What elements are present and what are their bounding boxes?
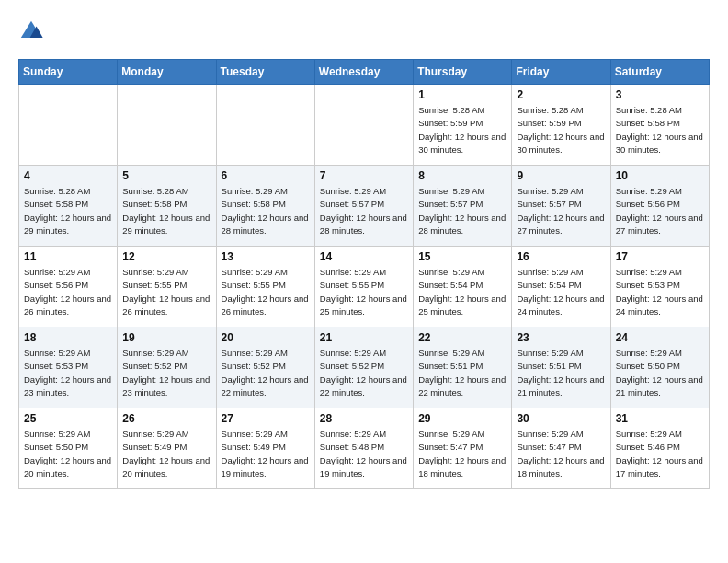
day-number: 12 xyxy=(122,250,210,263)
day-number: 13 xyxy=(222,250,310,263)
day-number: 2 xyxy=(517,88,605,101)
calendar-cell: 19Sunrise: 5:29 AM Sunset: 5:52 PM Dayli… xyxy=(118,327,216,408)
day-number: 4 xyxy=(24,169,112,182)
calendar-cell: 20Sunrise: 5:29 AM Sunset: 5:52 PM Dayli… xyxy=(216,327,314,408)
day-number: 23 xyxy=(517,331,605,344)
calendar-cell: 1Sunrise: 5:28 AM Sunset: 5:59 PM Daylig… xyxy=(414,85,512,166)
day-number: 5 xyxy=(122,169,210,182)
calendar-week-3: 11Sunrise: 5:29 AM Sunset: 5:56 PM Dayli… xyxy=(19,247,710,327)
day-number: 18 xyxy=(24,331,112,344)
day-number: 3 xyxy=(616,88,704,101)
calendar-cell: 26Sunrise: 5:29 AM Sunset: 5:49 PM Dayli… xyxy=(118,408,216,489)
day-number: 21 xyxy=(320,331,408,344)
weekday-header-tuesday: Tuesday xyxy=(216,60,314,85)
logo-icon xyxy=(18,18,44,44)
calendar-week-5: 25Sunrise: 5:29 AM Sunset: 5:50 PM Dayli… xyxy=(19,408,710,489)
day-info: Sunrise: 5:29 AM Sunset: 5:47 PM Dayligh… xyxy=(418,428,506,480)
calendar-cell: 14Sunrise: 5:29 AM Sunset: 5:55 PM Dayli… xyxy=(314,247,413,327)
day-number: 27 xyxy=(222,412,310,425)
day-info: Sunrise: 5:28 AM Sunset: 5:59 PM Dayligh… xyxy=(517,104,605,156)
calendar-cell xyxy=(216,85,314,166)
day-number: 14 xyxy=(320,250,408,263)
day-info: Sunrise: 5:29 AM Sunset: 5:48 PM Dayligh… xyxy=(320,428,408,480)
calendar-cell: 25Sunrise: 5:29 AM Sunset: 5:50 PM Dayli… xyxy=(19,408,118,489)
day-info: Sunrise: 5:29 AM Sunset: 5:54 PM Dayligh… xyxy=(418,266,506,318)
calendar-cell: 3Sunrise: 5:28 AM Sunset: 5:58 PM Daylig… xyxy=(610,85,709,166)
calendar-cell xyxy=(19,85,118,166)
calendar-cell: 5Sunrise: 5:28 AM Sunset: 5:58 PM Daylig… xyxy=(118,166,216,247)
day-number: 8 xyxy=(418,169,506,182)
calendar-cell: 23Sunrise: 5:29 AM Sunset: 5:51 PM Dayli… xyxy=(512,327,610,408)
calendar-cell xyxy=(314,85,413,166)
calendar-cell: 21Sunrise: 5:29 AM Sunset: 5:52 PM Dayli… xyxy=(314,327,413,408)
calendar-cell: 24Sunrise: 5:29 AM Sunset: 5:50 PM Dayli… xyxy=(610,327,709,408)
day-number: 20 xyxy=(222,331,310,344)
day-info: Sunrise: 5:29 AM Sunset: 5:52 PM Dayligh… xyxy=(320,347,408,399)
calendar-cell: 12Sunrise: 5:29 AM Sunset: 5:55 PM Dayli… xyxy=(118,247,216,327)
day-number: 1 xyxy=(418,88,506,101)
day-number: 28 xyxy=(320,412,408,425)
calendar-cell: 16Sunrise: 5:29 AM Sunset: 5:54 PM Dayli… xyxy=(512,247,610,327)
weekday-header-friday: Friday xyxy=(512,60,610,85)
weekday-header-sunday: Sunday xyxy=(19,60,118,85)
calendar-cell: 13Sunrise: 5:29 AM Sunset: 5:55 PM Dayli… xyxy=(216,247,314,327)
calendar-cell: 30Sunrise: 5:29 AM Sunset: 5:47 PM Dayli… xyxy=(512,408,610,489)
calendar-cell: 11Sunrise: 5:29 AM Sunset: 5:56 PM Dayli… xyxy=(19,247,118,327)
day-number: 29 xyxy=(418,412,506,425)
day-number: 19 xyxy=(122,331,210,344)
day-number: 7 xyxy=(320,169,408,182)
day-info: Sunrise: 5:29 AM Sunset: 5:58 PM Dayligh… xyxy=(222,185,310,237)
calendar-week-4: 18Sunrise: 5:29 AM Sunset: 5:53 PM Dayli… xyxy=(19,327,710,408)
day-number: 9 xyxy=(517,169,605,182)
calendar-cell: 31Sunrise: 5:29 AM Sunset: 5:46 PM Dayli… xyxy=(610,408,709,489)
day-info: Sunrise: 5:29 AM Sunset: 5:55 PM Dayligh… xyxy=(320,266,408,318)
calendar-cell: 9Sunrise: 5:29 AM Sunset: 5:57 PM Daylig… xyxy=(512,166,610,247)
day-number: 16 xyxy=(517,250,605,263)
day-info: Sunrise: 5:29 AM Sunset: 5:55 PM Dayligh… xyxy=(222,266,310,318)
day-number: 10 xyxy=(616,169,704,182)
calendar-cell: 27Sunrise: 5:29 AM Sunset: 5:49 PM Dayli… xyxy=(216,408,314,489)
calendar-cell: 22Sunrise: 5:29 AM Sunset: 5:51 PM Dayli… xyxy=(414,327,512,408)
calendar-cell: 7Sunrise: 5:29 AM Sunset: 5:57 PM Daylig… xyxy=(314,166,413,247)
day-info: Sunrise: 5:28 AM Sunset: 5:58 PM Dayligh… xyxy=(122,185,210,237)
calendar-week-2: 4Sunrise: 5:28 AM Sunset: 5:58 PM Daylig… xyxy=(19,166,710,247)
day-info: Sunrise: 5:29 AM Sunset: 5:56 PM Dayligh… xyxy=(616,185,704,237)
day-info: Sunrise: 5:29 AM Sunset: 5:57 PM Dayligh… xyxy=(320,185,408,237)
calendar-cell: 2Sunrise: 5:28 AM Sunset: 5:59 PM Daylig… xyxy=(512,85,610,166)
day-number: 26 xyxy=(122,412,210,425)
calendar-cell: 4Sunrise: 5:28 AM Sunset: 5:58 PM Daylig… xyxy=(19,166,118,247)
day-info: Sunrise: 5:29 AM Sunset: 5:47 PM Dayligh… xyxy=(517,428,605,480)
day-info: Sunrise: 5:29 AM Sunset: 5:53 PM Dayligh… xyxy=(24,347,112,399)
day-number: 31 xyxy=(616,412,704,425)
day-info: Sunrise: 5:29 AM Sunset: 5:51 PM Dayligh… xyxy=(418,347,506,399)
weekday-header-thursday: Thursday xyxy=(414,60,512,85)
weekday-header-wednesday: Wednesday xyxy=(314,60,413,85)
day-info: Sunrise: 5:29 AM Sunset: 5:51 PM Dayligh… xyxy=(517,347,605,399)
calendar-cell: 29Sunrise: 5:29 AM Sunset: 5:47 PM Dayli… xyxy=(414,408,512,489)
day-info: Sunrise: 5:29 AM Sunset: 5:49 PM Dayligh… xyxy=(122,428,210,480)
day-info: Sunrise: 5:29 AM Sunset: 5:49 PM Dayligh… xyxy=(222,428,310,480)
day-info: Sunrise: 5:29 AM Sunset: 5:52 PM Dayligh… xyxy=(122,347,210,399)
day-info: Sunrise: 5:29 AM Sunset: 5:57 PM Dayligh… xyxy=(517,185,605,237)
day-info: Sunrise: 5:29 AM Sunset: 5:54 PM Dayligh… xyxy=(517,266,605,318)
day-number: 25 xyxy=(24,412,112,425)
day-info: Sunrise: 5:28 AM Sunset: 5:59 PM Dayligh… xyxy=(418,104,506,156)
day-info: Sunrise: 5:29 AM Sunset: 5:53 PM Dayligh… xyxy=(616,266,704,318)
day-number: 15 xyxy=(418,250,506,263)
day-info: Sunrise: 5:29 AM Sunset: 5:50 PM Dayligh… xyxy=(24,428,112,480)
page-header xyxy=(18,18,710,44)
day-info: Sunrise: 5:29 AM Sunset: 5:50 PM Dayligh… xyxy=(616,347,704,399)
weekday-header-saturday: Saturday xyxy=(610,60,709,85)
calendar-cell: 6Sunrise: 5:29 AM Sunset: 5:58 PM Daylig… xyxy=(216,166,314,247)
day-number: 22 xyxy=(418,331,506,344)
day-info: Sunrise: 5:29 AM Sunset: 5:56 PM Dayligh… xyxy=(24,266,112,318)
calendar-week-1: 1Sunrise: 5:28 AM Sunset: 5:59 PM Daylig… xyxy=(19,85,710,166)
day-info: Sunrise: 5:29 AM Sunset: 5:55 PM Dayligh… xyxy=(122,266,210,318)
calendar-table: SundayMondayTuesdayWednesdayThursdayFrid… xyxy=(18,59,710,489)
day-number: 17 xyxy=(616,250,704,263)
day-number: 11 xyxy=(24,250,112,263)
calendar-header-row: SundayMondayTuesdayWednesdayThursdayFrid… xyxy=(19,60,710,85)
weekday-header-monday: Monday xyxy=(118,60,216,85)
calendar-cell: 8Sunrise: 5:29 AM Sunset: 5:57 PM Daylig… xyxy=(414,166,512,247)
day-info: Sunrise: 5:28 AM Sunset: 5:58 PM Dayligh… xyxy=(616,104,704,156)
